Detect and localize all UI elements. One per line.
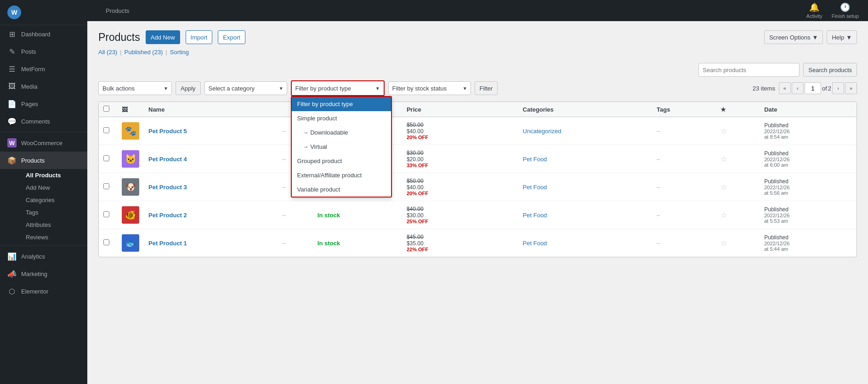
sidebar-sub-item-categories[interactable]: Categories — [21, 194, 87, 206]
pagination-prev-button[interactable]: ‹ — [792, 82, 804, 94]
featured-star-button[interactable]: ☆ — [720, 155, 727, 164]
import-button[interactable]: Import — [186, 30, 213, 44]
row-checkbox[interactable] — [103, 239, 109, 245]
product-type-option-simple[interactable]: Simple product — [292, 111, 391, 125]
products-tbody: 🐾 Pet Product 5 – $50.00 $40.00 20% OFF … — [99, 117, 857, 257]
row-featured-cell: ☆ — [716, 201, 760, 229]
stock-status-select[interactable]: Filter by stock status — [388, 81, 471, 95]
row-status: Published — [764, 150, 852, 157]
add-new-button[interactable]: Add New — [146, 30, 180, 44]
product-type-option-external[interactable]: External/Affiliate product — [292, 168, 391, 182]
sidebar-item-marketing[interactable]: 📣 Marketing — [0, 265, 87, 282]
sidebar-item-comments[interactable]: 💬 Comments — [0, 113, 87, 130]
sidebar-sub-item-attributes[interactable]: Attributes — [21, 219, 87, 231]
sidebar-sub-item-reviews[interactable]: Reviews — [21, 231, 87, 243]
posts-icon: ✎ — [7, 47, 17, 56]
search-input[interactable] — [698, 63, 800, 77]
header-right-buttons: Screen Options ▼ Help ▼ — [764, 30, 857, 44]
th-price[interactable]: Price — [402, 102, 518, 117]
product-type-option-downloadable[interactable]: → Downloadable — [292, 125, 391, 140]
sidebar-sub-item-add-new[interactable]: Add New — [21, 181, 87, 194]
th-tags[interactable]: Tags — [652, 102, 716, 117]
sidebar-item-analytics[interactable]: 📊 Analytics — [0, 248, 87, 265]
price-off: 25% OFF — [407, 219, 514, 224]
product-type-option-virtual[interactable]: → Virtual — [292, 140, 391, 154]
row-time: at 5:53 am — [764, 218, 852, 224]
product-name-link[interactable]: Pet Product 4 — [148, 156, 187, 163]
product-name-link[interactable]: Pet Product 1 — [148, 240, 187, 247]
select-all-checkbox[interactable] — [103, 106, 109, 112]
pagination-next-button[interactable]: › — [832, 82, 844, 94]
th-name[interactable]: Name — [144, 102, 278, 117]
export-button[interactable]: Export — [218, 30, 245, 44]
help-label: Help — [832, 34, 844, 41]
product-name-link[interactable]: Pet Product 5 — [148, 128, 187, 135]
product-category-link[interactable]: Pet Food — [523, 240, 547, 247]
row-checkbox[interactable] — [103, 127, 109, 133]
products-table: 🖼 Name Price Categories Tags ★ Date — [99, 102, 857, 257]
featured-star-button[interactable]: ☆ — [720, 127, 727, 136]
row-price-cell: $40.00 $30.00 25% OFF — [402, 201, 518, 229]
topbar-activity[interactable]: 🔔 Activity — [806, 2, 823, 19]
sidebar-item-products[interactable]: 📦 Products — [0, 152, 87, 169]
apply-button[interactable]: Apply — [176, 81, 201, 95]
sidebar-item-dashboard[interactable]: ⊞ Dashboard — [0, 25, 87, 43]
featured-star-button[interactable]: ☆ — [720, 239, 727, 248]
th-featured[interactable]: ★ — [716, 102, 760, 117]
pagination-page-input[interactable] — [805, 82, 821, 94]
sidebar-item-media[interactable]: 🖼 Media — [0, 78, 87, 95]
sidebar-item-posts[interactable]: ✎ Posts — [0, 43, 87, 60]
row-thumb-cell: 🐶 — [117, 173, 144, 201]
sidebar-sub-item-tags[interactable]: Tags — [21, 206, 87, 219]
subnav-published-link[interactable]: Published (23) — [125, 49, 163, 56]
row-checkbox[interactable] — [103, 155, 109, 161]
pagination-last-button[interactable]: » — [845, 82, 857, 94]
subnav-published-count: (23) — [152, 49, 163, 56]
sidebar-item-metform[interactable]: ☰ MetForm — [0, 60, 87, 78]
price-sale: $20.00 — [407, 156, 514, 163]
product-type-option-variable[interactable]: Variable product — [292, 182, 391, 197]
price-off: 20% OFF — [407, 191, 514, 196]
product-name-link[interactable]: Pet Product 2 — [148, 212, 187, 219]
bulk-actions-select[interactable]: Bulk actions — [98, 81, 172, 95]
th-categories[interactable]: Categories — [518, 102, 652, 117]
search-products-button[interactable]: Search products — [803, 63, 857, 77]
subnav-sorting-link[interactable]: Sorting — [170, 49, 189, 56]
topbar-finish-setup[interactable]: 🕐 Finish setup — [832, 2, 859, 19]
sidebar-item-elementor[interactable]: ⬡ Elementor — [0, 282, 87, 300]
row-categories-cell: Pet Food — [518, 201, 652, 229]
product-category-link[interactable]: Uncategorized — [523, 128, 562, 135]
product-name-link[interactable]: Pet Product 3 — [148, 184, 187, 191]
filter-button[interactable]: Filter — [475, 81, 498, 95]
screen-options-button[interactable]: Screen Options ▼ — [764, 30, 823, 44]
th-date[interactable]: Date — [760, 102, 857, 117]
product-type-option-all[interactable]: Filter by product type — [292, 97, 391, 111]
row-featured-cell: ☆ — [716, 145, 760, 173]
page-title: Products — [98, 31, 140, 44]
price-sale: $40.00 — [407, 128, 514, 135]
row-checkbox[interactable] — [103, 183, 109, 189]
products-icon: 📦 — [7, 156, 17, 165]
sidebar-item-woocommerce[interactable]: W WooCommerce — [0, 134, 87, 152]
price-original: $50.00 — [407, 122, 514, 128]
sidebar-sub-item-all-products[interactable]: All Products — [21, 169, 87, 181]
row-checkbox[interactable] — [103, 211, 109, 217]
featured-star-button[interactable]: ☆ — [720, 183, 727, 192]
pagination-of-label: of — [822, 85, 827, 92]
product-type-select[interactable]: Filter by product type — [292, 81, 384, 95]
row-sku-cell: – — [278, 229, 312, 257]
pagination-first-button[interactable]: « — [779, 82, 791, 94]
category-select[interactable]: Select a category — [204, 81, 287, 95]
product-type-option-grouped[interactable]: Grouped product — [292, 154, 391, 168]
sidebar-item-pages[interactable]: 📄 Pages — [0, 95, 87, 113]
help-button[interactable]: Help ▼ — [827, 30, 857, 44]
screen-options-label: Screen Options — [769, 34, 811, 41]
product-category-link[interactable]: Pet Food — [523, 156, 547, 163]
row-checkbox-cell — [99, 229, 117, 257]
product-category-link[interactable]: Pet Food — [523, 184, 547, 191]
subnav-all-link[interactable]: All (23) — [98, 49, 117, 56]
product-category-link[interactable]: Pet Food — [523, 212, 547, 219]
row-tags-cell: – — [652, 173, 716, 201]
row-tags: – — [657, 156, 660, 163]
featured-star-button[interactable]: ☆ — [720, 211, 727, 220]
